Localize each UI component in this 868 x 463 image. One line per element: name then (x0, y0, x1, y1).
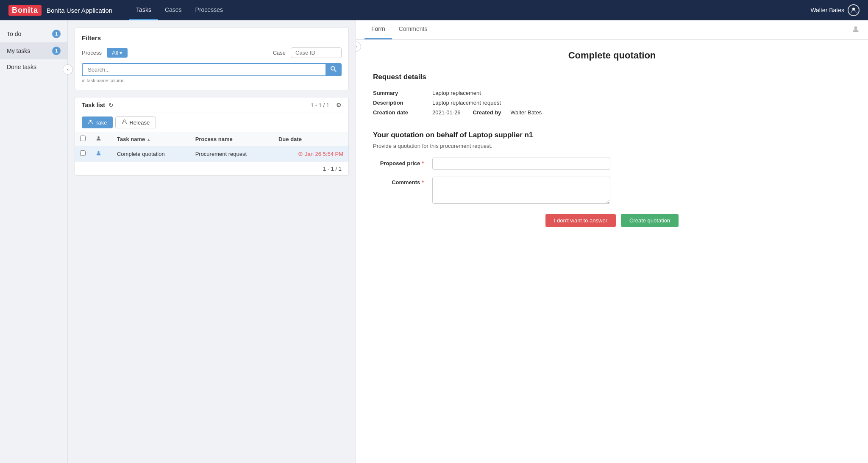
task-name-col-label: Task name (117, 136, 145, 142)
created-by-value: Walter Bates (510, 109, 542, 116)
take-user-icon (88, 119, 93, 126)
sidebar-todo-badge: 1 (52, 30, 61, 38)
col-process-name-header[interactable]: Process name (190, 132, 273, 146)
search-hint: in task name column (82, 78, 342, 83)
tab-form[interactable]: Form (364, 20, 392, 39)
release-label: Release (129, 119, 150, 126)
app-title: Bonita User Application (47, 7, 112, 14)
table-header-row: Task name ▲ Process name Due date (75, 132, 348, 146)
svg-line-2 (334, 70, 336, 72)
nav-link-processes[interactable]: Processes (189, 0, 230, 20)
search-button[interactable] (326, 63, 342, 76)
case-id-input[interactable] (291, 47, 342, 58)
quotation-subtitle: Provide a quotation for this procurement… (373, 143, 851, 149)
task-list-title: Task list (82, 102, 105, 108)
row-process-name: Procurement request (190, 146, 273, 162)
release-user-icon (122, 119, 127, 126)
search-input[interactable] (82, 63, 326, 76)
row-due-date: ⊘ Jan 26 5:54 PM (273, 146, 348, 162)
filters-row: Process All ▾ Case (82, 47, 342, 58)
task-list-header: Task list ↻ 1 - 1 / 1 ⚙ (75, 97, 348, 113)
tab-comments[interactable]: Comments (392, 20, 434, 39)
creation-date-value: 2021-01-26 Created by Walter Bates (432, 108, 851, 117)
row-task-name: Complete quotation (112, 146, 190, 162)
form-actions: I don't want to answer Create quotation (373, 214, 851, 227)
quotation-section: Your quotation on behalf of Laptop suppl… (373, 131, 851, 227)
description-value: Laptop replacement request (432, 98, 851, 108)
case-label: Case (273, 50, 286, 56)
comments-required: * (422, 179, 424, 186)
main-layout: ‹ To do 1 My tasks 1 Done tasks Filters … (0, 20, 868, 463)
svg-point-5 (97, 136, 100, 139)
user-avatar-icon[interactable] (848, 4, 860, 16)
col-due-date-header[interactable]: Due date (273, 132, 348, 146)
release-button[interactable]: Release (115, 116, 156, 128)
sidebar-item-donetasks[interactable]: Done tasks (0, 59, 67, 75)
detail-content: Complete quotation Request details Summa… (356, 40, 868, 237)
process-label: Process (82, 50, 102, 56)
row-user-icon-cell (91, 146, 112, 162)
sort-arrow-icon: ▲ (147, 137, 151, 142)
svg-point-4 (124, 120, 126, 122)
task-list-section: Task list ↻ 1 - 1 / 1 ⚙ Take (75, 97, 349, 176)
proposed-price-group: Proposed price * (373, 158, 851, 170)
refresh-icon[interactable]: ↻ (108, 102, 114, 108)
nav-link-cases[interactable]: Cases (158, 0, 189, 20)
svg-point-3 (89, 120, 92, 122)
due-date-value: Jan 26 5:54 PM (305, 151, 343, 157)
description-key: Description (373, 98, 432, 108)
sidebar-collapse-btn[interactable]: ‹ (63, 64, 73, 75)
svg-point-0 (852, 8, 855, 10)
detail-summary-row: Summary Laptop replacement (373, 88, 851, 98)
sidebar-donetasks-label: Done tasks (7, 64, 36, 70)
all-dropdown-btn[interactable]: All ▾ (107, 48, 128, 58)
col-task-name-header[interactable]: Task name ▲ (112, 132, 190, 146)
row-checkbox-cell (75, 146, 91, 162)
request-details-section: Request details Summary Laptop replaceme… (373, 73, 851, 117)
create-quotation-button[interactable]: Create quotation (621, 214, 679, 227)
logo-area: Bonita Bonita User Application (8, 5, 112, 16)
proposed-price-input[interactable] (432, 158, 610, 170)
sidebar-item-mytasks[interactable]: My tasks 1 (0, 42, 67, 59)
dropdown-icon: ▾ (120, 50, 122, 56)
detail-tabs: Form Comments (356, 20, 868, 40)
svg-point-7 (854, 26, 857, 29)
take-button[interactable]: Take (82, 116, 113, 128)
settings-icon[interactable]: ⚙ (336, 102, 342, 108)
task-list-pagination-top: 1 - 1 / 1 (311, 102, 329, 108)
detail-panel: › Form Comments Complete quotation Reque… (356, 20, 868, 463)
task-table: Task name ▲ Process name Due date (75, 132, 348, 162)
created-by-key: Created by (473, 109, 501, 116)
proposed-price-required: * (422, 160, 424, 166)
take-label: Take (95, 119, 107, 126)
search-row (82, 63, 342, 76)
comments-label: Comments * (373, 177, 424, 186)
row-checkbox[interactable] (80, 150, 86, 156)
col-checkbox (75, 132, 91, 146)
content-area: Filters Process All ▾ Case (68, 20, 868, 463)
quotation-title: Your quotation on behalf of Laptop suppl… (373, 131, 851, 139)
select-all-checkbox[interactable] (80, 136, 86, 141)
proposed-price-label: Proposed price * (373, 158, 424, 166)
user-area: Walter Bates (810, 4, 860, 16)
action-buttons: Take Release (82, 113, 342, 132)
bonita-logo: Bonita (8, 5, 42, 16)
nav-link-tasks[interactable]: Tasks (129, 0, 158, 20)
detail-creation-row: Creation date 2021-01-26 Created by Walt… (373, 108, 851, 117)
request-section-title: Request details (373, 73, 851, 81)
sidebar-item-todo[interactable]: To do 1 (0, 25, 67, 42)
comments-input[interactable] (432, 177, 610, 204)
decline-button[interactable]: I don't want to answer (545, 214, 616, 227)
svg-point-1 (331, 67, 335, 70)
detail-user-icon (852, 20, 860, 39)
filters-section: Filters Process All ▾ Case (75, 27, 349, 90)
sidebar-todo-label: To do (7, 30, 21, 37)
overdue-icon: ⊘ (298, 150, 303, 157)
all-label: All (112, 50, 118, 56)
creation-date-key: Creation date (373, 108, 432, 117)
creation-date-label-line1: Creation date (373, 109, 408, 116)
table-row[interactable]: Complete quotation Procurement request ⊘… (75, 146, 348, 162)
task-list-pagination-bottom: 1 - 1 / 1 (75, 162, 348, 175)
detail-description-row: Description Laptop replacement request (373, 98, 851, 108)
summary-value: Laptop replacement (432, 88, 851, 98)
